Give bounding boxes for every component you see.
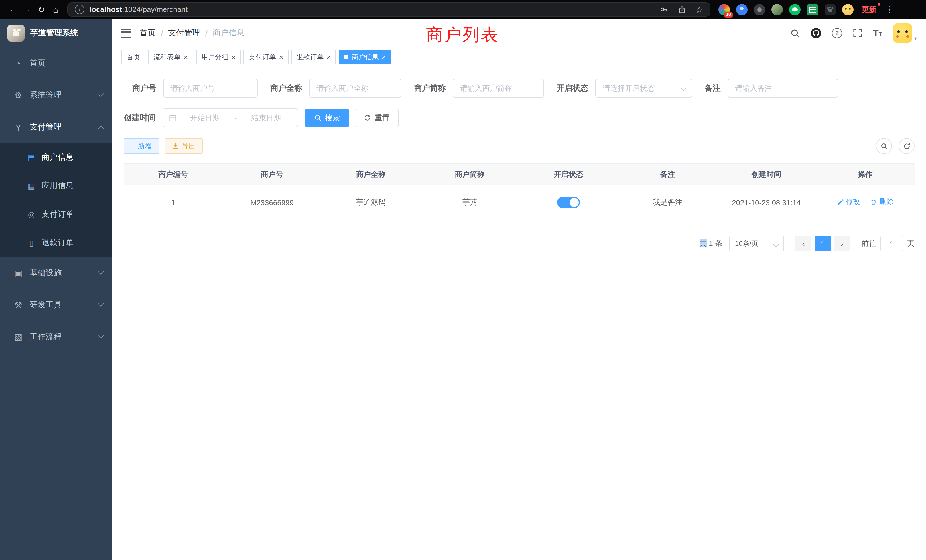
page-1-button[interactable]: 1 (815, 236, 831, 251)
bookmark-star-icon[interactable]: ☆ (695, 5, 703, 14)
pagination-total: 共 1 条 (699, 238, 722, 249)
tab-refund-orders[interactable]: 退款订单× (291, 50, 336, 64)
browser-update-button[interactable]: 更新 (862, 4, 881, 15)
search-button[interactable]: 搜索 (305, 109, 349, 127)
merchant-full-name-input[interactable] (309, 79, 401, 97)
chevron-down-icon (773, 241, 779, 248)
sidebar-item-refund-orders[interactable]: ▯ 退款订单 (0, 229, 112, 257)
extension-colorwheel-icon[interactable]: 10 (719, 4, 730, 15)
sidebar-item-dev-tools[interactable]: ⚒ 研发工具 (0, 289, 112, 321)
password-key-icon[interactable] (660, 5, 668, 14)
sidebar-item-system[interactable]: ⚙ 系统管理 (0, 79, 112, 111)
github-icon[interactable] (811, 28, 821, 38)
close-icon[interactable]: × (382, 53, 386, 61)
tab-home[interactable]: 首页× (121, 50, 145, 64)
close-icon[interactable]: × (327, 53, 331, 61)
merchant-table: 商户编号 商户号 商户全称 商户简称 开启状态 备注 创建时间 操作 1 (124, 163, 915, 220)
font-size-icon[interactable]: TT (873, 28, 882, 38)
workflow-icon: ▧ (11, 332, 25, 342)
page-info-icon[interactable]: i (75, 5, 85, 14)
add-button[interactable]: + 新增 (124, 138, 159, 154)
extension-green-chat-icon[interactable] (789, 4, 800, 15)
user-menu[interactable]: ▾ (893, 23, 917, 43)
monitor-icon: ▣ (11, 268, 25, 278)
remark-input[interactable] (728, 79, 838, 97)
merchant-no-input[interactable] (163, 79, 258, 97)
edit-button[interactable]: 修改 (837, 198, 860, 207)
filter-merchant-no: 商户号 (132, 79, 258, 97)
gear-icon: ⚙ (11, 90, 25, 100)
plus-icon: + (131, 142, 135, 150)
goto-page-input[interactable] (881, 236, 903, 251)
prev-page-button[interactable]: ‹ (796, 236, 811, 251)
refresh-icon (903, 142, 910, 150)
browser-menu-icon[interactable]: ⋮ (885, 4, 894, 15)
cell-remark: 我是备注 (618, 185, 717, 220)
merchant-short-name-input[interactable] (453, 79, 544, 97)
logo-avatar (8, 24, 24, 42)
sidebar-item-merchant-info[interactable]: ▤ 商户信息 (0, 143, 112, 172)
hamburger-icon[interactable] (121, 28, 131, 38)
browser-reload-icon[interactable]: ↻ (34, 0, 48, 19)
breadcrumb-current: 商户信息 (213, 28, 245, 38)
fullscreen-icon[interactable] (853, 29, 862, 38)
tab-pay-orders[interactable]: 支付订单× (244, 50, 288, 64)
screen: ← → ↻ ⌂ i localhost:1024/pay/merchant ☆ … (0, 0, 926, 560)
card-icon: ▤ (25, 153, 38, 162)
refresh-icon (364, 114, 371, 121)
sidebar-item-label: 首页 (30, 58, 45, 68)
close-icon[interactable]: × (279, 53, 283, 61)
date-range-picker[interactable]: 开始日期 - 结束日期 (162, 108, 298, 127)
search-icon[interactable] (790, 28, 800, 38)
extension-blue-drop-icon[interactable] (736, 4, 747, 15)
goto-suffix: 页 (907, 238, 915, 249)
url-bar[interactable]: i localhost:1024/pay/merchant ☆ (67, 2, 710, 17)
close-icon[interactable]: × (184, 53, 188, 61)
extension-sheets-icon[interactable] (807, 4, 818, 15)
browser-profile-avatar[interactable] (842, 4, 853, 15)
status-switch[interactable] (557, 197, 580, 208)
calendar-icon (169, 114, 177, 122)
export-button[interactable]: 导出 (165, 138, 203, 154)
refresh-table-button[interactable] (899, 138, 915, 154)
browser-home-icon[interactable]: ⌂ (48, 0, 63, 19)
sidebar-item-payment[interactable]: ¥ 支付管理 (0, 111, 112, 143)
sidebar-item-app-info[interactable]: ▦ 应用信息 (0, 172, 112, 200)
reset-button[interactable]: 重置 (355, 109, 399, 127)
sidebar-item-infrastructure[interactable]: ▣ 基础设施 (0, 257, 112, 289)
extension-paw-icon[interactable] (825, 4, 836, 15)
delete-button[interactable]: 删除 (870, 198, 894, 207)
share-icon[interactable] (678, 5, 685, 14)
help-icon[interactable]: ? (832, 28, 842, 38)
tab-merchant-info[interactable]: 商户信息× (339, 50, 391, 64)
url-host: localhost (89, 5, 122, 14)
toggle-search-button[interactable] (876, 138, 892, 154)
breadcrumb-separator: / (205, 29, 207, 38)
app-logo[interactable]: 芋道管理系统 (0, 19, 112, 47)
sidebar-item-pay-orders[interactable]: ◎ 支付订单 (0, 200, 112, 229)
breadcrumb-separator: / (161, 29, 163, 38)
browser-back-icon[interactable]: ← (6, 0, 20, 19)
close-icon[interactable]: × (231, 53, 236, 61)
tab-process-form[interactable]: 流程表单× (148, 50, 193, 64)
breadcrumb-home[interactable]: 首页 (140, 28, 156, 38)
date-end-placeholder: 结束日期 (240, 113, 292, 123)
table-row: 1 M233666999 芋道源码 芋艿 我是备注 2021-10-23 08:… (124, 185, 915, 220)
sidebar-item-workflow[interactable]: ▧ 工作流程 (0, 321, 112, 353)
next-page-button[interactable]: › (834, 236, 850, 251)
url-text[interactable]: localhost:1024/pay/merchant (89, 5, 188, 14)
page-content: 商户号 商户全称 商户简称 开启状态 (112, 67, 926, 560)
chevron-up-icon (98, 126, 104, 132)
status-select[interactable] (595, 79, 692, 97)
col-merchant-id: 商户编号 (124, 163, 222, 185)
extension-avatar-icon[interactable] (772, 4, 783, 15)
target-icon: ◎ (25, 210, 38, 219)
extension-dark-icon[interactable] (754, 4, 765, 15)
sidebar-item-home[interactable]: ◔ 首页 (0, 47, 112, 79)
tab-user-group[interactable]: 用户分组× (196, 50, 241, 64)
browser-forward-icon[interactable]: → (20, 0, 34, 19)
page-size-select[interactable]: 10条/页 (729, 236, 784, 251)
chevron-down-icon (98, 332, 104, 339)
filter-create-time: 创建时间 开始日期 - 结束日期 (124, 108, 298, 127)
breadcrumb-payment[interactable]: 支付管理 (168, 28, 200, 38)
